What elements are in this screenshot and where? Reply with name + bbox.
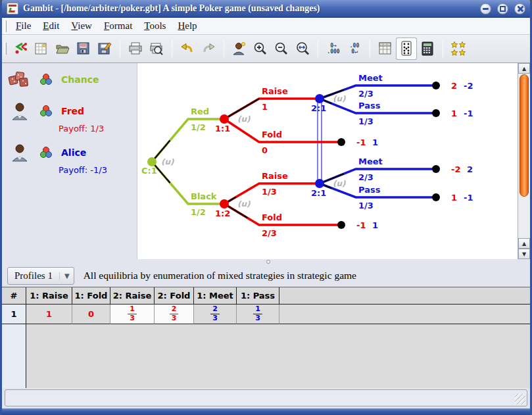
branch-meet2-label: Meet [358,157,383,166]
decrease-decimals-icon: .000↵ [350,43,359,55]
save-as-button[interactable] [95,38,114,59]
menu-tools[interactable]: Tools [138,19,172,33]
fred-payoff: Payoff: 1/3 [59,124,137,134]
branch-red-prob: 1/2 [191,122,206,132]
minimize-button[interactable] [480,3,491,14]
profiles-description: All equilibria by enumeration of mixed s… [84,270,356,281]
statusbar-field [5,389,527,406]
save-button[interactable] [74,38,93,59]
fred-node-2-label[interactable]: 1:2 [215,208,230,218]
player-name-chance: Chance [61,74,99,85]
zoom-in-button[interactable] [251,38,270,59]
toolbar-separator [318,40,318,57]
branch-raise2-prob: 1/3 [262,187,277,197]
redo-button[interactable] [199,38,218,59]
menu-help[interactable]: Help [172,19,203,33]
zoom-out-button[interactable] [272,38,291,59]
zoom-fit-icon [295,41,310,57]
infoset-marker: (u) [237,114,251,124]
payoff-fold1-alice: 1 [372,137,378,147]
header-1-pass: 1: Pass [237,287,279,305]
dice-icon [7,70,31,89]
toolbar-separator [224,40,224,57]
add-player-button[interactable] [230,38,249,59]
maximize-button[interactable] [497,3,508,14]
fred-node-1[interactable] [220,114,229,124]
infoset-marker: (u) [333,179,346,188]
increase-decimals-button[interactable]: 0→.000 [324,38,343,59]
print-button[interactable] [126,38,145,59]
menubar: File Edit View Format Tools Help [2,18,530,35]
panel-splitter[interactable] [2,259,530,264]
cell-2-raise[interactable]: 13 [110,305,155,324]
header-1-fold: 1: Fold [72,287,110,305]
fred-person-icon [7,101,31,121]
menu-view[interactable]: View [65,19,98,33]
gambit-tree-icon [12,41,28,57]
alice-node-2[interactable] [315,179,324,188]
profiles-bar: Profiles 1 ▼ All equilibria by enumerati… [2,264,530,287]
save-as-icon [97,41,112,57]
cell-1-meet[interactable]: 23 [194,305,237,324]
cell-1-raise[interactable]: 1 [26,305,72,324]
menu-file[interactable]: File [10,19,37,33]
cell-1-fold[interactable]: 0 [72,305,110,324]
branch-meet2-prob: 2/3 [358,172,374,182]
branch-raise1-label: Raise [262,86,288,96]
player-row-fred[interactable]: Fred [7,101,137,121]
payoff-pass2-alice: -1 [464,193,473,203]
menu-format[interactable]: Format [98,19,138,33]
profiles-selector[interactable]: Profiles 1 ▼ [7,267,74,285]
profiles-table: # 1: Raise 1: Fold 2: Raise 2: Fold 1: M… [2,287,530,388]
gambit-app-icon[interactable] [7,3,18,14]
profiles-selector-label: Profiles 1 [14,270,53,281]
menubar-grip[interactable] [4,20,7,32]
cell-1-pass[interactable]: 13 [237,305,279,324]
print-icon [128,41,143,57]
extensive-view-button[interactable] [397,38,416,59]
cell-2-fold[interactable]: 23 [155,305,194,324]
compute-button[interactable] [418,38,437,59]
payoff-fold1-fred: -1 [356,137,366,147]
header-1-meet: 1: Meet [194,287,237,305]
close-button[interactable] [514,3,525,14]
branch-fold2-label: Fold [262,212,282,222]
zoom-fit-button[interactable] [293,38,312,59]
print-preview-button[interactable] [147,38,166,59]
terminal-nodes[interactable] [337,82,440,229]
header-1-raise: 1: Raise [26,287,72,305]
undo-button[interactable] [178,38,197,59]
gambit-tree-button[interactable] [11,38,30,59]
toolbar-separator [443,40,443,57]
game-tree-canvas[interactable]: C:1 (u) 1:1 (u) 1:2 (u) 2:1 (u) 2:1 (u) … [137,63,518,259]
player-colors-icon [39,104,53,118]
equilibria-button[interactable] [448,38,468,59]
fred-node-2[interactable] [220,199,229,208]
row-header-strip [2,324,26,388]
menu-edit[interactable]: Edit [37,19,65,33]
open-button[interactable] [53,38,72,59]
titlebar[interactable]: Gambit - [/home/arbiter/poker.gbt] A sim… [2,0,530,18]
players-panel: Chance Fred Payoff: 1/3 [2,63,137,259]
player-row-alice[interactable]: Alice [7,143,137,162]
alice-node-1-label[interactable]: 2:1 [311,103,326,113]
minimize-icon [483,8,489,10]
chance-node[interactable] [147,157,157,166]
branch-raise2-label: Raise [262,171,288,181]
branch-fold1-label: Fold [262,130,282,139]
chance-node-label[interactable]: C:1 [141,166,157,176]
fred-node-1-label[interactable]: 1:1 [215,124,230,134]
resize-grip[interactable] [515,394,525,404]
alice-node-1[interactable] [315,94,324,103]
branch-meet1-label: Meet [358,73,383,83]
new-game-button[interactable] [32,38,51,59]
branch-raise1-prob: 1 [262,102,268,112]
toolbar-grip[interactable] [4,43,7,55]
row-number-cell[interactable]: 1 [2,305,26,324]
payoff-pass1-alice: -1 [464,109,473,118]
branch-red-label: Red [191,107,209,116]
decrease-decimals-button[interactable]: .000↵ [345,38,364,59]
alice-node-2-label[interactable]: 2:1 [311,188,326,198]
strategic-view-button[interactable] [375,38,395,59]
player-row-chance[interactable]: Chance [7,70,137,89]
